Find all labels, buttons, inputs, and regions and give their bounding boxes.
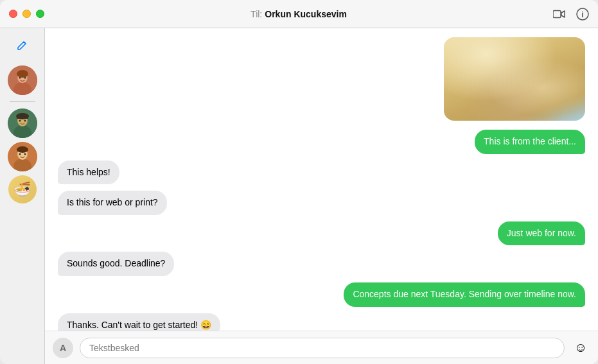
svg-point-21 (19, 153, 21, 155)
bubble-row-5: Sounds good. Deadline? (58, 252, 585, 276)
message-bubble-6: Concepts due next Tuesday. Sending over … (344, 282, 585, 307)
bubble-row-1: This is from the client... (58, 130, 585, 154)
bubble-row-3: Is this for web or print? (58, 191, 585, 215)
avatar-noodles[interactable]: 🍜 (8, 175, 37, 204)
recipient-header: Til: Orkun Kucuksevim (44, 9, 553, 19)
message-bubble-1: This is from the client... (475, 130, 585, 154)
message-bubble-2: This helps! (58, 160, 119, 185)
video-call-button[interactable] (553, 8, 566, 21)
bubble-row-7: Thanks. Can't wait to get started! 😄 (58, 313, 585, 331)
recipient-name: Orkun Kucuksevim (265, 9, 347, 19)
maximize-button[interactable] (36, 10, 44, 18)
minimize-button[interactable] (22, 10, 31, 18)
to-label: Til: (251, 9, 262, 19)
bubble-row-4: Just web for now. (58, 221, 585, 246)
traffic-lights (9, 10, 44, 18)
svg-point-15 (24, 120, 26, 122)
app-store-button[interactable]: A (53, 338, 73, 358)
image-message (444, 37, 585, 121)
title-actions: i (553, 8, 589, 21)
avatar-contact-1[interactable] (8, 65, 37, 95)
main-chat: This is from the client... This helps! I… (45, 28, 598, 364)
info-button[interactable]: i (576, 8, 589, 21)
message-input[interactable] (80, 338, 565, 358)
hair-image (444, 37, 585, 121)
message-bubble-5: Sounds good. Deadline? (58, 252, 174, 276)
compose-button[interactable] (11, 33, 34, 56)
svg-rect-0 (553, 10, 561, 17)
image-message-row (58, 37, 585, 123)
message-bubble-7: Thanks. Can't wait to get started! 😄 (58, 313, 220, 331)
avatar-contact-3[interactable] (8, 142, 37, 171)
input-bar: A ☺ (45, 331, 598, 364)
svg-point-22 (24, 153, 26, 155)
sidebar-divider (10, 101, 35, 102)
svg-point-9 (17, 70, 28, 78)
svg-point-14 (19, 120, 21, 122)
message-bubble-4: Just web for now. (498, 221, 585, 246)
bubble-row-2: This helps! (58, 160, 585, 185)
title-bar: Til: Orkun Kucuksevim i (0, 0, 598, 28)
emoji-button[interactable]: ☺ (571, 338, 590, 358)
svg-text:i: i (581, 10, 583, 19)
messages-list: This is from the client... This helps! I… (45, 28, 598, 331)
app-store-icon: A (60, 343, 66, 353)
emoji-icon: ☺ (574, 340, 587, 355)
sidebar: 🍜 (0, 0, 45, 364)
avatar-contact-2[interactable] (8, 108, 37, 138)
bubble-row-6: Concepts due next Tuesday. Sending over … (58, 282, 585, 307)
close-button[interactable] (9, 10, 17, 18)
message-bubble-3: Is this for web or print? (58, 191, 167, 215)
